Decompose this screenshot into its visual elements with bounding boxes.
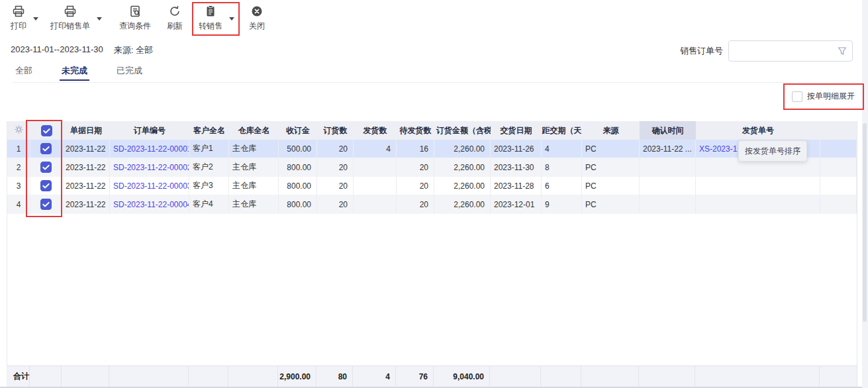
gear-icon: [13, 124, 24, 137]
table-cell: 2023-11-26: [491, 140, 542, 158]
convert-to-sale-button[interactable]: 转销售: [199, 4, 222, 32]
tab-incomplete[interactable]: 未完成: [60, 64, 89, 81]
table-cell: 主仓库: [229, 140, 279, 158]
printer-icon: [11, 4, 26, 19]
query-conditions-button[interactable]: 查询条件: [119, 4, 151, 32]
sales-order-no-label: 销售订单号: [680, 45, 723, 57]
column-header-order-no[interactable]: 订单编号: [110, 121, 189, 140]
order-number-link[interactable]: SD-2023-11-22-00003: [110, 177, 189, 195]
column-settings[interactable]: [7, 121, 30, 140]
summary-cell: [695, 366, 820, 387]
filter-summary: 2023-11-01--2023-11-30 来源: 全部: [11, 44, 153, 56]
column-header-confirm-time[interactable]: 确认时间: [640, 121, 696, 140]
column-header-shipment-no[interactable]: 发货单号: [696, 121, 820, 140]
column-header-doc-date[interactable]: 单据日期: [62, 121, 110, 140]
column-header-shipped-qty[interactable]: 发货数: [354, 121, 397, 140]
clipboard-icon: [203, 4, 218, 19]
table-row[interactable]: 42023-11-22SD-2023-11-22-00004客户4主仓库800.…: [7, 195, 857, 214]
column-header-source[interactable]: 来源: [582, 121, 640, 140]
summary-shipped-qty-total: 4: [353, 366, 396, 387]
expand-by-detail-label: 按单明细展开: [807, 91, 855, 102]
grid-body: 12023-11-22SD-2023-11-22-00001客户1主仓库500.…: [7, 140, 857, 214]
tab-bar: 全部 未完成 已完成: [13, 64, 860, 83]
checkbox-checked-icon: [41, 125, 52, 136]
column-header-delivery-date[interactable]: 交货日期: [491, 121, 542, 140]
column-header-warehouse[interactable]: 仓库全名: [229, 121, 279, 140]
table-cell: 主仓库: [229, 158, 279, 177]
table-cell: [820, 177, 857, 195]
table-cell: 20: [317, 140, 354, 158]
column-header-filler: [820, 121, 857, 140]
row-checkbox[interactable]: [30, 158, 62, 177]
table-cell: [354, 177, 397, 195]
convert-to-sale-caret-icon[interactable]: [229, 17, 234, 21]
summary-cell: [541, 366, 581, 387]
tab-completed[interactable]: 已完成: [115, 64, 144, 81]
row-checkbox[interactable]: [30, 140, 62, 158]
order-number-link[interactable]: SD-2023-11-22-00004: [110, 195, 189, 214]
column-header-amount[interactable]: 订货金额（含税: [434, 121, 491, 140]
table-cell: 20: [317, 158, 354, 177]
summary-cell: [820, 366, 857, 387]
order-number-link[interactable]: SD-2023-11-22-00001: [110, 140, 189, 158]
table-cell: 4: [542, 140, 582, 158]
table-cell: [640, 177, 696, 195]
table-row[interactable]: 12023-11-22SD-2023-11-22-00001客户1主仓库500.…: [7, 140, 857, 158]
annotation-box-convert-to-sale: 转销售: [192, 2, 240, 36]
printer-icon: [63, 4, 77, 19]
row-number: 4: [7, 195, 30, 214]
table-cell: PC: [582, 195, 640, 214]
close-label: 关闭: [249, 21, 265, 32]
sales-order-no-input[interactable]: [729, 41, 852, 61]
summary-row: 合计 2,900.00 80 4 76 9,040.00: [7, 365, 857, 387]
table-cell: [696, 177, 820, 195]
select-all-checkbox[interactable]: [30, 121, 62, 140]
tab-all[interactable]: 全部: [13, 64, 34, 81]
table-row[interactable]: 32023-11-22SD-2023-11-22-00003客户3主仓库800.…: [7, 177, 857, 195]
order-number-link[interactable]: SD-2023-11-22-00002: [110, 158, 189, 177]
column-header-order-qty[interactable]: 订货数: [317, 121, 354, 140]
column-header-customer[interactable]: 客户全名: [189, 121, 229, 140]
print-sales-order-button[interactable]: 打印销售单: [50, 4, 90, 32]
checkbox-checked-icon: [40, 199, 52, 210]
table-cell: 客户1: [189, 140, 229, 158]
table-cell: 800.00: [279, 177, 317, 195]
table-header: 单据日期 订单编号 客户全名 仓库全名 收订金 订货数 发货数 待发货数 订货金…: [7, 121, 857, 140]
close-button[interactable]: 关闭: [249, 4, 265, 32]
row-checkbox[interactable]: [30, 195, 62, 214]
filter-funnel-icon[interactable]: [837, 46, 847, 58]
scrollbar-thumb[interactable]: [863, 123, 867, 322]
column-header-days-to-delivery[interactable]: 距交期（天: [542, 121, 582, 140]
summary-amount-total: 9,040.00: [434, 366, 490, 387]
row-checkbox[interactable]: [30, 177, 62, 195]
vertical-scrollbar[interactable]: [862, 0, 868, 388]
table-cell: 20: [397, 158, 434, 177]
table-cell: 20: [317, 195, 354, 214]
table-cell: 8: [542, 158, 582, 177]
table-cell: PC: [582, 140, 640, 158]
print-dropdown-caret-icon[interactable]: [33, 17, 38, 21]
table-cell: [354, 195, 397, 214]
print-button[interactable]: 打印: [11, 4, 26, 32]
row-number: 3: [7, 177, 30, 195]
expand-by-detail-option[interactable]: 按单明细展开: [792, 91, 855, 102]
table-row[interactable]: 22023-11-22SD-2023-11-22-00002客户2主仓库800.…: [7, 158, 857, 177]
sales-order-filter: 销售订单号: [680, 40, 853, 62]
expand-by-detail-checkbox[interactable]: [792, 91, 802, 102]
summary-cell: [30, 366, 62, 387]
column-header-deposit[interactable]: 收订金: [279, 121, 317, 140]
table-cell: 2023-11-22: [62, 195, 110, 214]
refresh-button[interactable]: 刷新: [167, 4, 183, 32]
print-sales-order-caret-icon[interactable]: [97, 17, 102, 21]
sales-order-no-inputwrap: [728, 40, 853, 62]
column-header-pending-qty[interactable]: 待发货数: [397, 121, 434, 140]
sort-by-shipment-tooltip: 按发货单号排序: [738, 140, 807, 162]
row-number: 1: [7, 140, 30, 158]
checkbox-checked-icon: [40, 162, 52, 173]
refresh-label: 刷新: [167, 21, 183, 32]
summary-cell: [62, 366, 109, 387]
table-cell: [354, 158, 397, 177]
print-button-label: 打印: [11, 21, 26, 32]
refresh-icon: [168, 4, 182, 19]
table-cell: 2,260.00: [434, 177, 491, 195]
